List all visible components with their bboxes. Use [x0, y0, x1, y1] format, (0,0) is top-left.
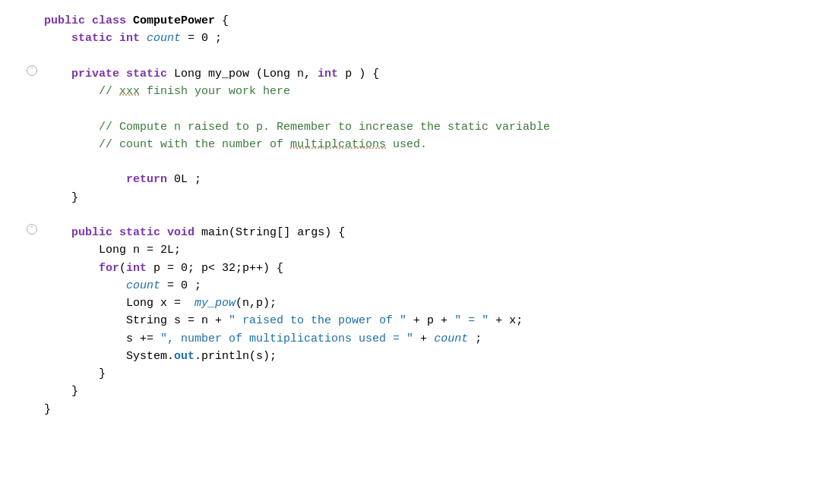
system-plain: System.	[126, 350, 174, 363]
var-count-assign: count	[126, 279, 160, 292]
code-line-19: s += ", number of multiplications used =…	[23, 330, 823, 348]
code-line-blank-3	[23, 153, 823, 171]
var-count-ref: count	[434, 332, 468, 345]
comment-slash: //	[99, 85, 119, 98]
comment-count-with: // count with the number of	[99, 138, 290, 151]
println: .println(s);	[194, 350, 277, 363]
collapse-btn-1[interactable]: ⁻	[27, 65, 37, 76]
line-content-22: }	[44, 383, 823, 400]
line-content-16: count = 0 ;	[44, 277, 823, 295]
line-content-10: return 0L ;	[44, 171, 823, 188]
line-content-13: public static void main(String[] args) {	[44, 224, 823, 241]
line-content-5: // xxx finish your work here	[44, 83, 823, 100]
line-content-11: }	[44, 189, 823, 206]
keyword-return: return	[126, 173, 167, 186]
line-content-blank-3	[44, 153, 823, 171]
line-content-blank-2	[44, 100, 823, 118]
collapse-btn-2[interactable]: ⁻	[27, 224, 37, 235]
line-content-8: // count with the number of multiplcatio…	[44, 136, 823, 153]
line-content-blank-1	[44, 48, 823, 65]
for-body: p = 0; p< 32;p++) {	[147, 262, 283, 275]
line-content-18: String s = n + " raised to the power of …	[44, 312, 823, 329]
comment-used: used.	[386, 138, 427, 151]
gutter-13: ⁻	[23, 224, 41, 235]
return-val: 0L ;	[174, 173, 201, 186]
param-p: p ) {	[345, 68, 379, 80]
string-equals: " = "	[454, 314, 489, 327]
string-raised: " raised to the power of "	[229, 314, 406, 327]
close-brace-3: }	[71, 385, 78, 398]
keyword-int: int	[119, 32, 140, 45]
comment-multiplcations: multiplcations	[290, 138, 386, 151]
line-content-21: }	[44, 365, 823, 383]
line-content-7: // Compute n raised to p. Remember to in…	[44, 118, 823, 136]
keyword-static: static	[71, 32, 112, 45]
plus-count: +	[413, 332, 434, 345]
line-content-14: Long n = 2L;	[44, 241, 823, 259]
line-content-15: for(int p = 0; p< 32;p++) {	[44, 260, 823, 277]
long-n-decl: Long n = 2L;	[99, 244, 181, 257]
keyword-class: class	[92, 14, 126, 27]
line-content-1: public class ComputePower {	[44, 12, 823, 30]
gutter-4: ⁻	[23, 65, 41, 76]
code-line-2: static int count = 0 ;	[23, 30, 823, 47]
string-plus-x: + x;	[489, 314, 523, 327]
for-params: (	[119, 262, 126, 275]
line-content-17: Long x = my_pow(n,p);	[44, 295, 823, 312]
string-number-of: ", number of multiplications used = "	[160, 332, 413, 345]
main-sig: main(String[] args) {	[201, 226, 345, 239]
code-line-23: }	[23, 401, 823, 418]
close-brace-1: }	[71, 191, 78, 204]
code-line-11: }	[23, 189, 823, 206]
code-line-21: }	[23, 365, 823, 383]
line-content-23: }	[44, 401, 823, 418]
code-line-blank-4	[23, 206, 823, 224]
brace-open: {	[222, 14, 229, 27]
keyword-public: public	[44, 14, 85, 27]
keyword-int-3: int	[126, 262, 147, 275]
code-line-20: System.out.println(s);	[23, 348, 823, 365]
comment-xxx-word: xxx	[119, 85, 140, 98]
code-line-14: Long n = 2L;	[23, 241, 823, 259]
code-line-17: Long x = my_pow(n,p);	[23, 295, 823, 312]
my-pow-args: (n,p);	[236, 297, 277, 310]
string-s-concat: + p +	[406, 314, 454, 327]
var-out: out	[174, 350, 194, 363]
keyword-int-2: int	[318, 68, 338, 80]
keyword-static-3: static	[119, 226, 160, 239]
keyword-static-2: static	[126, 68, 167, 80]
code-line-8: // count with the number of multiplcatio…	[23, 136, 823, 153]
close-brace-2: }	[99, 367, 106, 380]
comment-finish: finish your work here	[140, 85, 290, 98]
code-editor: public class ComputePower { static int c…	[0, 12, 838, 418]
line-content-19: s += ", number of multiplications used =…	[44, 330, 823, 348]
code-line-15: for(int p = 0; p< 32;p++) {	[23, 260, 823, 277]
string-s-decl: String s = n +	[126, 314, 229, 327]
keyword-private: private	[71, 68, 119, 80]
line-content-2: static int count = 0 ;	[44, 30, 823, 47]
code-line-4: ⁻ private static Long my_pow (Long n, in…	[23, 65, 823, 83]
semicolon-19: ;	[468, 332, 482, 345]
line-content-20: System.out.println(s);	[44, 348, 823, 365]
close-brace-root: }	[44, 403, 51, 416]
my-pow-call: my_pow	[194, 297, 236, 310]
line-content-blank-4	[44, 206, 823, 224]
type-long: Long my_pow (Long n,	[174, 68, 318, 80]
count-eq-zero: = 0 ;	[160, 279, 201, 292]
code-line-blank-1	[23, 48, 823, 65]
code-line-7: // Compute n raised to p. Remember to in…	[23, 118, 823, 136]
code-line-1: public class ComputePower {	[23, 12, 823, 30]
s-pluseq: s +=	[126, 332, 160, 345]
keyword-void: void	[167, 226, 194, 239]
line-content-4: private static Long my_pow (Long n, int …	[44, 65, 823, 83]
long-x-decl: Long x =	[126, 297, 194, 310]
code-line-22: }	[23, 383, 823, 400]
code-line-10: return 0L ;	[23, 171, 823, 188]
code-line-blank-2	[23, 100, 823, 118]
code-line-5: // xxx finish your work here	[23, 83, 823, 100]
class-name: ComputePower	[133, 14, 215, 27]
comment-compute: // Compute n raised to p. Remember to in…	[99, 121, 550, 134]
keyword-public-2: public	[71, 226, 112, 239]
equals-zero: = 0 ;	[188, 32, 222, 45]
code-line-18: String s = n + " raised to the power of …	[23, 312, 823, 329]
